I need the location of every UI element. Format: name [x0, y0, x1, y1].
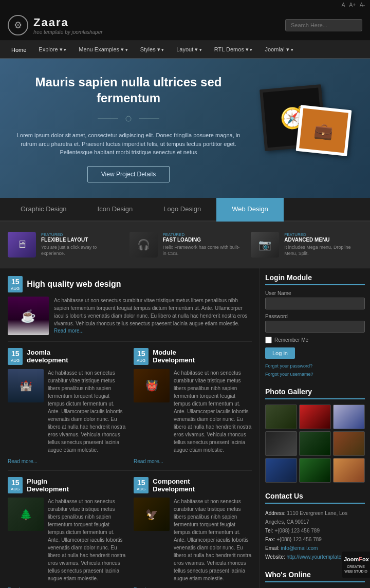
component-post-content: 🦅 Ac habitasse ut non senectus curabitur… [134, 498, 252, 582]
gallery-item-9[interactable] [333, 458, 365, 483]
gallery-item-1[interactable] [265, 405, 297, 429]
text-size-a[interactable]: A [342, 2, 345, 8]
two-col-bottom: 15 AUG PluginDevelopment 🌲 Ac habitasse … [8, 477, 252, 588]
password-field: Password [265, 314, 365, 333]
gallery-item-3[interactable] [333, 405, 365, 429]
joomla-post-date: 15 AUG [8, 348, 23, 364]
sidebar: Login Module User Name Password Remember… [260, 268, 370, 588]
feature-flexible-layout: 🖥 FEATURED FLEXIBLE LAYOUT You are just … [5, 229, 122, 260]
feature-title-2: FAST LOADING [163, 237, 241, 243]
text-size-a-plus[interactable]: A+ [349, 2, 356, 8]
feature-text-3: FEATURED ADVANCED MENU It includes Mega … [284, 232, 362, 257]
feature-desc-1: You are just a click away to experience. [41, 244, 119, 257]
gallery-item-4[interactable] [265, 431, 297, 456]
hero-divider [15, 114, 242, 125]
joomla-post-thumbnail: 🏰 [8, 369, 44, 402]
feature-desc-2: Helix Framework has come with built-in C… [163, 244, 241, 257]
remember-me-row: Remember Me [265, 337, 365, 343]
joomla-post-header: 15 AUG Joomladevelopment [8, 348, 126, 364]
username-input[interactable] [265, 298, 365, 309]
tab-graphic-design[interactable]: Graphic Design [5, 198, 82, 222]
main-post-body: Ac habitasse ut non senectus curabitur v… [54, 297, 252, 335]
post-module-dev: 15 AUG ModuleDevelopment 👹 Ac habitasse … [134, 348, 252, 464]
logo-text: Zaara free template by joomlashaper [33, 16, 103, 35]
site-subtitle: free template by joomlashaper [33, 29, 103, 35]
module-post-thumbnail: 👹 [134, 369, 170, 402]
gallery-item-6[interactable] [333, 431, 365, 456]
feature-text-2: FEATURED FAST LOADING Helix Framework ha… [163, 232, 241, 257]
text-size-a-minus[interactable]: A- [360, 2, 365, 8]
header: ⚙ Zaara free template by joomlashaper [0, 10, 370, 41]
joomfox-text: JoomFox [344, 556, 368, 563]
login-button[interactable]: Log in [265, 347, 295, 359]
module-post-header: 15 AUG ModuleDevelopment [134, 348, 252, 364]
joomla-post-title: Joomladevelopment [27, 348, 68, 364]
contact-fax: Fax: +{088} 123 456 789 [265, 535, 365, 544]
username-label: User Name [265, 290, 365, 296]
forgot-username-link[interactable]: Forgot your username? [265, 370, 365, 378]
contact-tel: Tel: +{088} 123 456 789 [265, 526, 365, 535]
main-post-read-more[interactable]: Read more... [54, 328, 84, 334]
password-input[interactable] [265, 321, 365, 333]
feature-text-1: FEATURED FLEXIBLE LAYOUT You are just a … [41, 232, 119, 257]
nav-home[interactable]: Home [5, 42, 32, 58]
hero-section: Mauris sapien nulla ultrices sed ferment… [0, 59, 370, 198]
hero-title: Mauris sapien nulla ultrices sed ferment… [15, 74, 242, 106]
contact-title: Contact Us [265, 492, 365, 504]
plugin-post-thumbnail: 🌲 [8, 498, 44, 531]
forgot-password-link[interactable]: Forgot your password? [265, 362, 365, 370]
nav-menu-examples[interactable]: Menu Examples ▾ [72, 41, 134, 58]
nav-joomla[interactable]: Joomla! ▾ [258, 41, 299, 58]
main-post-header: 15 AUG High quality web design [8, 276, 252, 292]
feature-badge-3: FEATURED [284, 232, 362, 237]
gallery-item-7[interactable] [265, 458, 297, 483]
module-post-content: 👹 Ac habitasse ut non senectus curabitur… [134, 369, 252, 454]
top-bar: A A+ A- [0, 0, 370, 10]
svg-point-1 [126, 116, 131, 121]
feature-icon-headphones: 🎧 [130, 232, 158, 258]
nav-rtl[interactable]: RTL Demos ▾ [208, 41, 259, 58]
plugin-post-header: 15 AUG PluginDevelopment [8, 477, 126, 493]
email-value[interactable]: info@email.com [281, 545, 318, 551]
gallery-item-8[interactable] [299, 458, 331, 483]
component-post-header: 15 AUG ComponentDevelopment [134, 477, 252, 493]
post-joomla-dev: 15 AUG Joomladevelopment 🏰 Ac habitasse … [8, 348, 126, 464]
plugin-post-date: 15 AUG [8, 477, 23, 493]
nav-styles[interactable]: Styles ▾ [134, 41, 171, 58]
tab-logo-design[interactable]: Logo Design [148, 198, 216, 222]
joomla-post-read-more[interactable]: Read more... [8, 458, 38, 464]
tab-icon-design[interactable]: Icon Design [82, 198, 149, 222]
module-post-title: ModuleDevelopment [153, 348, 195, 364]
plugin-post-title: PluginDevelopment [27, 477, 69, 493]
search-box [285, 19, 362, 31]
post-component-dev: 15 AUG ComponentDevelopment 🦅 Ac habitas… [134, 477, 252, 588]
main-area: 15 AUG High quality web design ☕ Ac habi… [0, 268, 370, 588]
feature-advanced-menu: 📷 FEATURED ADVANCED MENU It includes Meg… [248, 229, 365, 260]
hero-description: Lorem ipsum dolor sit amet, consectetur … [15, 131, 242, 157]
search-input[interactable] [285, 19, 362, 31]
remember-me-label: Remember Me [274, 337, 308, 343]
module-post-read-more[interactable]: Read more... [134, 458, 163, 464]
photo-gallery-module: Photo Gallery [265, 388, 365, 483]
logo: ⚙ Zaara free template by joomlashaper [8, 15, 103, 35]
component-post-thumbnail: 🦅 [134, 498, 170, 531]
fax-value: +{088} 123 456 789 [276, 537, 322, 542]
site-title: Zaara [33, 16, 103, 29]
component-post-date: 15 AUG [134, 477, 149, 493]
plugin-post-content: 🌲 Ac habitasse ut non senectus curabitur… [8, 498, 126, 582]
content-left: 15 AUG High quality web design ☕ Ac habi… [0, 268, 260, 588]
feature-fast-loading: 🎧 FEATURED FAST LOADING Helix Framework … [127, 229, 244, 260]
contact-address: Address: 1110 Evergreen Lane, Los Angele… [265, 509, 365, 526]
post-plugin-dev: 15 AUG PluginDevelopment 🌲 Ac habitasse … [8, 477, 126, 588]
gallery-item-2[interactable] [299, 405, 331, 429]
divider-1 [8, 341, 252, 342]
nav-explore[interactable]: Explore ▾ [32, 41, 72, 58]
nav-layout[interactable]: Layout ▾ [170, 41, 208, 58]
view-project-button[interactable]: View Project Details [87, 166, 170, 182]
main-post-thumbnail: ☕ [8, 297, 49, 335]
tab-web-design[interactable]: Web Design [216, 198, 284, 222]
remember-me-checkbox[interactable] [265, 337, 272, 343]
gallery-grid [265, 405, 365, 483]
website-label: Website: [265, 554, 285, 560]
gallery-item-5[interactable] [299, 431, 331, 456]
